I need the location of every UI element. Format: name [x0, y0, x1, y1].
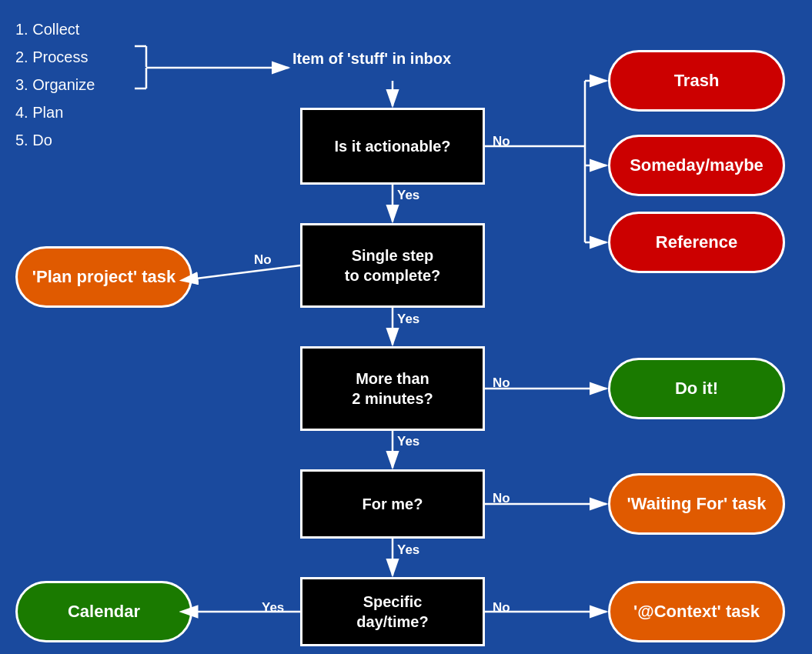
label-no3: No — [493, 375, 510, 391]
label-yes1: Yes — [397, 188, 419, 203]
label-no4: No — [493, 491, 510, 506]
inbox-label: Item of 'stuff' in inbox — [292, 50, 451, 68]
specific-box: Specific day/time? — [300, 577, 485, 646]
for-me-box: For me? — [300, 469, 485, 539]
svg-line-16 — [196, 265, 300, 279]
do-it-pill: Do it! — [608, 358, 785, 419]
steps-list: 1. Collect 2. Process 3. Organize 4. Pla… — [15, 15, 95, 154]
label-yes5: Yes — [262, 600, 284, 616]
step-2: 2. Process — [15, 43, 95, 71]
context-pill: '@Context' task — [608, 581, 785, 642]
step-3: 3. Organize — [15, 71, 95, 98]
label-no5: No — [493, 600, 510, 616]
actionable-box: Is it actionable? — [300, 108, 485, 185]
step-5: 5. Do — [15, 126, 95, 154]
more-than-box: More than 2 minutes? — [300, 346, 485, 431]
someday-pill: Someday/maybe — [608, 135, 785, 196]
calendar-pill: Calendar — [15, 581, 192, 642]
label-no1: No — [493, 134, 510, 149]
single-step-box: Single step to complete? — [300, 223, 485, 308]
flowchart-diagram: 1. Collect 2. Process 3. Organize 4. Pla… — [0, 0, 812, 654]
step-1: 1. Collect — [15, 15, 95, 43]
trash-pill: Trash — [608, 50, 785, 112]
label-yes3: Yes — [397, 434, 419, 449]
plan-project-pill: 'Plan project' task — [15, 246, 192, 308]
label-no2: No — [254, 252, 272, 268]
waiting-for-pill: 'Waiting For' task — [608, 473, 785, 535]
label-yes4: Yes — [397, 542, 419, 558]
reference-pill: Reference — [608, 212, 785, 273]
step-4: 4. Plan — [15, 98, 95, 126]
label-yes2: Yes — [397, 312, 419, 327]
